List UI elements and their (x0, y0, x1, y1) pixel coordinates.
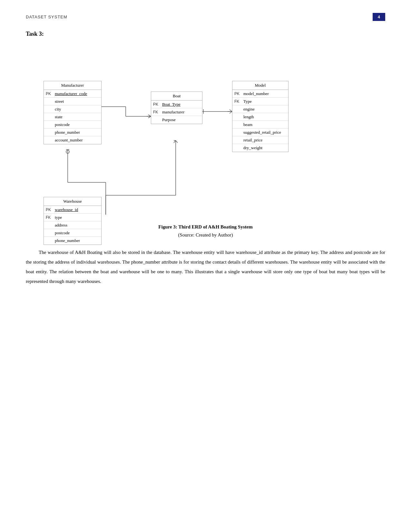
table-row: PK Boat_Type (151, 101, 202, 108)
task-heading: Task 3: (26, 31, 385, 37)
table-row: state (44, 113, 101, 121)
page: DATASET SYSTEM 4 Task 3: (0, 0, 411, 312)
manufacturer-entity: Manufacturer PK manufacturer_code street… (44, 81, 102, 144)
svg-line-15 (230, 110, 232, 111)
table-row: PK manufacturer_code (44, 90, 101, 98)
table-row: Purpose (151, 116, 202, 124)
table-row: phone_number (44, 129, 101, 136)
body-text: The warehouse of A&H Boating will also b… (26, 247, 385, 286)
table-row: phone_number (44, 237, 101, 245)
table-row: address (44, 221, 101, 229)
table-row: FK type (44, 214, 101, 221)
warehouse-header: Warehouse (44, 197, 101, 206)
table-row: dry_weight (232, 144, 288, 152)
erd-diagram: Manufacturer PK manufacturer_code street… (26, 47, 385, 215)
svg-line-23 (174, 140, 176, 143)
table-row: street (44, 98, 101, 105)
boat-header: Boat (151, 92, 202, 101)
table-row: city (44, 105, 101, 113)
table-row: FK manufacturer (151, 108, 202, 116)
svg-line-16 (230, 111, 232, 113)
table-row: retail_price (232, 136, 288, 144)
table-row: PK warehouse_id (44, 206, 101, 214)
manufacturer-header: Manufacturer (44, 81, 101, 90)
svg-point-12 (66, 150, 69, 153)
table-row: engine (232, 105, 288, 113)
model-header: Model (232, 81, 288, 90)
table-row: suggested_retail_price (232, 129, 288, 136)
table-row: postcode (44, 121, 101, 129)
header-title: DATASET SYSTEM (26, 15, 67, 19)
page-number: 4 (373, 13, 385, 21)
model-entity: Model PK model_number FK Type engine len… (232, 81, 289, 152)
table-row: postcode (44, 229, 101, 237)
boat-entity: Boat PK Boat_Type FK manufacturer Purpos… (151, 92, 202, 124)
table-row: PK model_number (232, 90, 288, 98)
svg-line-24 (176, 140, 178, 143)
table-row: beam (232, 121, 288, 129)
table-row: length (232, 113, 288, 121)
svg-line-4 (148, 116, 151, 118)
header: DATASET SYSTEM 4 (26, 13, 385, 21)
svg-line-3 (148, 115, 151, 116)
warehouse-entity: Warehouse PK warehouse_id FK type addres… (44, 197, 102, 245)
table-row: FK Type (232, 98, 288, 105)
table-row: account_number (44, 136, 101, 144)
